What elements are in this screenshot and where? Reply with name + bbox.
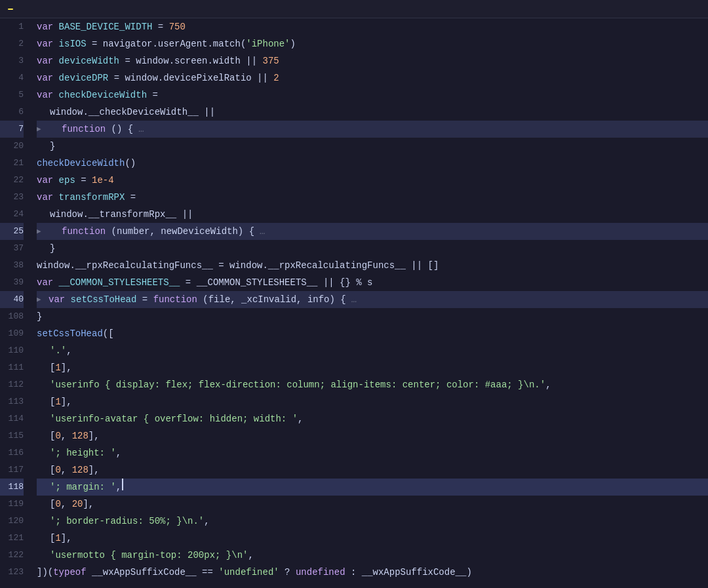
code-area: 1234567202122232425373839401081091101111… bbox=[0, 18, 708, 588]
line-number: 117 bbox=[0, 461, 24, 479]
token-plain: , bbox=[545, 376, 551, 393]
token-plain: window.screen.width || bbox=[136, 52, 262, 69]
code-line-row: var BASE_DEVICE_WIDTH = 750 bbox=[37, 18, 708, 35]
code-line-row: [1], bbox=[37, 393, 708, 410]
line-number: 114 bbox=[0, 410, 24, 427]
token-str: '; margin: ' bbox=[50, 479, 116, 496]
code-line-row: [1], bbox=[37, 359, 708, 376]
code-line-row: setCssToHead([ bbox=[37, 325, 708, 342]
line-number: 25 bbox=[0, 223, 24, 240]
code-line-row: var isIOS = navigator.userAgent.match('i… bbox=[37, 35, 708, 52]
line-number: 5 bbox=[0, 87, 24, 104]
token-plain: : __wxAppSuffixCode__) bbox=[345, 564, 472, 581]
token-plain: ], bbox=[88, 427, 100, 444]
token-kw: var bbox=[37, 274, 59, 291]
code-line-row: '; height: ', bbox=[37, 444, 708, 461]
token-plain: [ bbox=[50, 393, 55, 410]
line-number: 119 bbox=[0, 496, 24, 513]
token-plain: , bbox=[298, 410, 303, 427]
code-line-row: window.__checkDeviceWidth__ || bbox=[37, 104, 708, 121]
token-var-name: isIOS bbox=[59, 35, 87, 52]
token-str: 'usermotto { margin-top: 200px; }\n' bbox=[50, 547, 248, 564]
token-plain: window.devicePixelRatio || bbox=[125, 69, 273, 87]
line-number: 1 bbox=[0, 18, 24, 35]
line-number: 110 bbox=[0, 342, 24, 359]
token-plain: __wxAppSuffixCode__ == bbox=[87, 564, 219, 581]
token-plain: ) bbox=[290, 35, 296, 52]
token-num: 1 bbox=[55, 359, 60, 376]
code-line-row: 'userinfo { display: flex; flex-directio… bbox=[37, 376, 708, 393]
token-var-name: eps bbox=[59, 172, 75, 189]
line-number: 109 bbox=[0, 325, 24, 342]
token-num: 20 bbox=[72, 496, 83, 513]
token-num: 750 bbox=[169, 18, 186, 35]
token-kw: typeof bbox=[53, 564, 86, 581]
token-kw: var bbox=[37, 172, 59, 189]
token-plain: , bbox=[61, 461, 72, 479]
token-kw: var bbox=[37, 69, 59, 87]
token-kw: var bbox=[37, 189, 59, 206]
token-plain: ], bbox=[61, 530, 72, 547]
token-var-name: transformRPX bbox=[59, 189, 125, 206]
token-plain: ], bbox=[83, 496, 94, 513]
token-str: '; height: ' bbox=[50, 444, 116, 461]
token-plain: window.__rpxRecalculatingFuncs__ = windo… bbox=[37, 257, 439, 274]
code-line-row: [0, 128], bbox=[37, 461, 708, 479]
token-str: 'undefined' bbox=[218, 564, 279, 581]
token-plain: ], bbox=[61, 393, 72, 410]
line-number: 22 bbox=[0, 172, 24, 189]
token-kw: var bbox=[49, 291, 71, 308]
line-numbers: 1234567202122232425373839401081091101111… bbox=[0, 18, 31, 588]
token-var-name: deviceDPR bbox=[59, 69, 109, 87]
token-op: = bbox=[136, 291, 153, 308]
token-plain: (number, newDeviceWidth) { bbox=[106, 223, 260, 240]
code-line-row: ▶function (number, newDeviceWidth) { … bbox=[37, 223, 708, 240]
fold-icon[interactable]: ▶ bbox=[37, 291, 47, 308]
breadcrumb-bar bbox=[0, 0, 708, 18]
token-kw: var bbox=[37, 87, 59, 104]
token-plain: navigator.userAgent.match( bbox=[103, 35, 246, 52]
token-plain: } bbox=[50, 138, 55, 155]
token-kw: undefined bbox=[296, 564, 345, 581]
token-op: = bbox=[87, 35, 103, 52]
code-line-row: window.__rpxRecalculatingFuncs__ = windo… bbox=[37, 257, 708, 274]
code-line-row: var __COMMON_STYLESHEETS__ = __COMMON_ST… bbox=[37, 274, 708, 291]
token-num: 128 bbox=[72, 427, 88, 444]
token-plain: () bbox=[125, 155, 136, 172]
token-op: = bbox=[180, 274, 196, 291]
token-op: = bbox=[125, 189, 136, 206]
token-plain: , bbox=[116, 444, 121, 461]
token-kw: var bbox=[37, 52, 59, 69]
token-op: = bbox=[147, 87, 158, 104]
line-number: 4 bbox=[0, 69, 24, 87]
line-number: 40 bbox=[0, 291, 24, 308]
code-line-row: 'userinfo-avatar { overflow: hidden; wid… bbox=[37, 410, 708, 427]
line-number: 2 bbox=[0, 35, 24, 52]
token-num: 375 bbox=[262, 52, 279, 69]
line-number: 123 bbox=[0, 564, 24, 581]
token-plain: ([ bbox=[103, 325, 114, 342]
code-line-row: '.', bbox=[37, 342, 708, 359]
line-number: 23 bbox=[0, 189, 24, 206]
token-plain: [ bbox=[50, 359, 55, 376]
line-number: 24 bbox=[0, 206, 24, 223]
token-fn: setCssToHead bbox=[37, 325, 103, 342]
token-plain: [ bbox=[50, 461, 55, 479]
token-num: 2 bbox=[273, 69, 279, 87]
code-line-row: } bbox=[37, 308, 708, 325]
fold-icon[interactable]: ▶ bbox=[37, 121, 47, 138]
code-line-row: [1], bbox=[37, 530, 708, 547]
token-plain: [ bbox=[50, 427, 55, 444]
line-number: 112 bbox=[0, 376, 24, 393]
code-line-row: '; margin: ', bbox=[37, 479, 708, 496]
line-number: 113 bbox=[0, 393, 24, 410]
token-plain: window.__transformRpx__ || bbox=[50, 206, 193, 223]
token-str: '; border-radius: 50%; }\n.' bbox=[50, 513, 204, 530]
code-line-row: } bbox=[37, 138, 708, 155]
fold-icon[interactable]: ▶ bbox=[37, 223, 47, 240]
token-plain: } bbox=[50, 240, 55, 257]
code-line-row: ▶function () { … bbox=[37, 121, 708, 138]
token-plain: () { bbox=[106, 121, 138, 138]
line-number: 122 bbox=[0, 547, 24, 564]
code-line-row: var transformRPX = bbox=[37, 189, 708, 206]
